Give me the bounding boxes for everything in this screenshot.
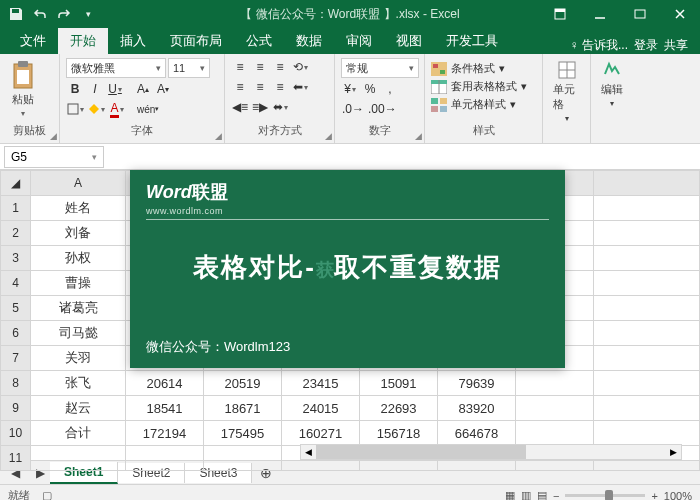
minimize-icon[interactable] [580,0,620,28]
tab-layout[interactable]: 页面布局 [158,28,234,54]
row-header[interactable]: 2 [1,221,31,246]
view-pagebreak-icon[interactable]: ▤ [537,489,547,500]
select-all-corner[interactable]: ◢ [1,171,31,196]
tab-home[interactable]: 开始 [58,28,108,54]
align-top-icon[interactable]: ≡ [231,58,249,76]
font-name-combo[interactable]: 微软雅黑▾ [66,58,166,78]
increase-decimal-icon[interactable]: .0→ [341,100,365,118]
cell[interactable]: 172194 [126,421,204,446]
dialog-launcher-icon[interactable]: ◢ [415,131,422,141]
cell[interactable]: 孙权 [31,246,126,271]
tab-review[interactable]: 审阅 [334,28,384,54]
italic-button[interactable]: I [86,80,104,98]
maximize-icon[interactable] [620,0,660,28]
cell[interactable]: 160271 [282,421,360,446]
view-layout-icon[interactable]: ▥ [521,489,531,500]
zoom-slider[interactable] [565,494,645,497]
name-box[interactable]: G5▾ [4,146,104,168]
cell[interactable]: 20614 [126,371,204,396]
undo-icon[interactable] [30,4,50,24]
tab-file[interactable]: 文件 [8,28,58,54]
col-header[interactable] [594,171,700,196]
decrease-decimal-icon[interactable]: .00→ [367,100,398,118]
scroll-thumb[interactable] [316,445,526,459]
row-header[interactable]: 4 [1,271,31,296]
tab-formulas[interactable]: 公式 [234,28,284,54]
dialog-launcher-icon[interactable]: ◢ [325,131,332,141]
login-link[interactable]: 登录 [634,37,658,54]
underline-button[interactable]: U [106,80,124,98]
cell[interactable]: 83920 [438,396,516,421]
row-header[interactable]: 7 [1,346,31,371]
zoom-in-button[interactable]: + [651,490,657,501]
format-table-button[interactable]: 套用表格格式 ▾ [431,78,536,95]
bold-button[interactable]: B [66,80,84,98]
align-center-icon[interactable]: ≡ [251,78,269,96]
paste-button[interactable]: 粘贴 ▾ [6,58,40,120]
number-format-combo[interactable]: 常规▾ [341,58,419,78]
cell[interactable]: 张飞 [31,371,126,396]
share-button[interactable]: 共享 [664,37,688,54]
row-header[interactable]: 6 [1,321,31,346]
decrease-indent-icon[interactable]: ◀≡ [231,98,249,116]
zoom-level[interactable]: 100% [664,490,692,501]
redo-icon[interactable] [54,4,74,24]
align-middle-icon[interactable]: ≡ [251,58,269,76]
row-header[interactable]: 8 [1,371,31,396]
row-header[interactable]: 3 [1,246,31,271]
tab-insert[interactable]: 插入 [108,28,158,54]
cell[interactable]: 664678 [438,421,516,446]
fill-color-button[interactable] [87,100,106,118]
dialog-launcher-icon[interactable]: ◢ [215,131,222,141]
cell[interactable]: 79639 [438,371,516,396]
align-right-icon[interactable]: ≡ [271,78,289,96]
cell[interactable]: 156718 [360,421,438,446]
tab-developer[interactable]: 开发工具 [434,28,510,54]
editing-button[interactable]: 编辑▾ [597,58,627,110]
cell[interactable]: 22693 [360,396,438,421]
percent-format-icon[interactable]: % [361,80,379,98]
increase-indent-icon[interactable]: ≡▶ [251,98,269,116]
cell[interactable]: 20519 [204,371,282,396]
merge-button[interactable]: ⬌ [271,98,289,116]
qat-dropdown-icon[interactable]: ▾ [78,4,98,24]
worksheet-grid[interactable]: ◢ A H 1姓名1 2刘备 3孙权 4曹操 5诸葛亮2 6司马懿 7关羽 8张… [0,170,700,460]
cell[interactable]: 18541 [126,396,204,421]
save-icon[interactable] [6,4,26,24]
scroll-left-icon[interactable]: ◀ [301,447,316,457]
row-header[interactable]: 11 [1,446,31,471]
wrap-text-icon[interactable]: ⬅ [291,78,309,96]
zoom-out-button[interactable]: − [553,490,559,501]
cell[interactable]: 23415 [282,371,360,396]
cell[interactable]: 曹操 [31,271,126,296]
view-normal-icon[interactable]: ▦ [505,489,515,500]
cell[interactable]: 18671 [204,396,282,421]
align-left-icon[interactable]: ≡ [231,78,249,96]
cell[interactable]: 诸葛亮 [31,296,126,321]
conditional-format-button[interactable]: 条件格式 ▾ [431,60,536,77]
accounting-format-icon[interactable]: ¥ [341,80,359,98]
scroll-right-icon[interactable]: ▶ [666,447,681,457]
cell-styles-button[interactable]: 单元格样式 ▾ [431,96,536,113]
tell-me[interactable]: ♀ 告诉我... [570,37,628,54]
font-size-combo[interactable]: 11▾ [168,58,210,78]
close-icon[interactable] [660,0,700,28]
cell[interactable]: 合计 [31,421,126,446]
tab-view[interactable]: 视图 [384,28,434,54]
orientation-icon[interactable]: ⟲ [291,58,309,76]
cell[interactable]: 赵云 [31,396,126,421]
comma-format-icon[interactable]: , [381,80,399,98]
increase-font-icon[interactable]: A▴ [134,80,152,98]
cell[interactable]: 姓名 [31,196,126,221]
ribbon-display-icon[interactable] [540,0,580,28]
row-header[interactable]: 1 [1,196,31,221]
align-bottom-icon[interactable]: ≡ [271,58,289,76]
phonetic-button[interactable]: wén▾ [136,100,160,118]
cell[interactable]: 15091 [360,371,438,396]
tab-data[interactable]: 数据 [284,28,334,54]
dialog-launcher-icon[interactable]: ◢ [50,131,57,141]
col-header[interactable]: A [31,171,126,196]
row-header[interactable]: 10 [1,421,31,446]
macro-record-icon[interactable]: ▢ [42,489,52,500]
decrease-font-icon[interactable]: A▾ [154,80,172,98]
